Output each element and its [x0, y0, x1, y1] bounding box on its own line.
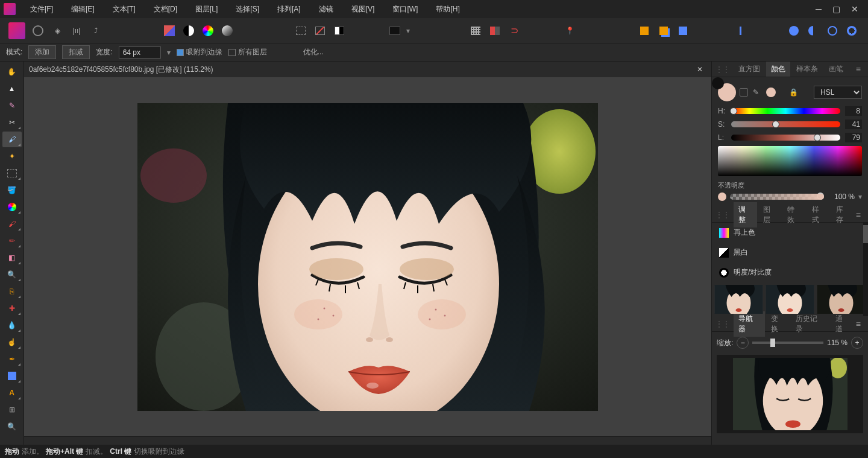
- width-input[interactable]: 64 px: [119, 46, 161, 59]
- tool-heal[interactable]: ✚: [2, 301, 22, 316]
- swap-colors-icon[interactable]: [740, 88, 748, 97]
- tool-zoom-blur[interactable]: 🔍: [2, 267, 22, 282]
- sat-value[interactable]: 41: [845, 119, 862, 129]
- width-dropdown-icon[interactable]: ▾: [167, 48, 171, 57]
- persona-liquify-icon[interactable]: [30, 23, 46, 39]
- adjust-preset-thumb[interactable]: [766, 285, 814, 314]
- tool-brush[interactable]: 🖌: [2, 216, 22, 232]
- navigator-preview[interactable]: [717, 355, 863, 433]
- menu-window[interactable]: 窗口[W]: [384, 2, 426, 17]
- opacity-slider[interactable]: 100 % ▾: [718, 192, 862, 201]
- adjust-scrollbar[interactable]: [863, 223, 868, 316]
- tool-color-picker[interactable]: ✎: [2, 98, 22, 113]
- secondary-color-swatch[interactable]: [712, 77, 724, 89]
- mode-add-button[interactable]: 添加: [28, 45, 56, 59]
- quick-mask-icon[interactable]: [332, 23, 347, 39]
- light-value[interactable]: 79: [845, 133, 862, 142]
- tool-hand[interactable]: ✋: [2, 64, 22, 80]
- persona-develop-icon[interactable]: ◈: [49, 23, 65, 39]
- menu-layer[interactable]: 图层[L]: [187, 2, 226, 17]
- zoom-slider[interactable]: [752, 342, 823, 344]
- persona-photo-icon[interactable]: [8, 22, 25, 39]
- canvas-h-scrollbar[interactable]: [24, 436, 711, 445]
- opacity-value[interactable]: 100 %: [828, 192, 855, 201]
- color-picker-area[interactable]: [718, 146, 862, 176]
- panel-grip-icon[interactable]: ⋮⋮: [715, 211, 730, 219]
- soft-proof-icon[interactable]: [219, 23, 235, 39]
- tab-color[interactable]: 颜色: [766, 62, 790, 77]
- menu-edit[interactable]: 编辑[E]: [63, 2, 103, 17]
- bw-icon[interactable]: [181, 23, 197, 39]
- panel-grip-icon[interactable]: ⋮⋮: [715, 320, 730, 328]
- panel-menu-icon[interactable]: ≡: [856, 319, 864, 329]
- tool-text[interactable]: A: [2, 385, 22, 401]
- adjust-preset-thumb[interactable]: [714, 285, 763, 314]
- minimize-button[interactable]: ─: [816, 4, 822, 14]
- menu-document[interactable]: 文档[D]: [145, 2, 186, 17]
- tab-swatches[interactable]: 样本条: [791, 62, 823, 77]
- snap-magnet-icon[interactable]: ⊃: [506, 23, 522, 39]
- color-wheel-icon[interactable]: [200, 23, 216, 39]
- tool-blur[interactable]: 💧: [2, 317, 22, 333]
- menu-arrange[interactable]: 排列[A]: [269, 2, 309, 17]
- tab-histogram[interactable]: 直方图: [734, 62, 765, 77]
- tool-gradient[interactable]: [2, 199, 22, 215]
- snap-edges-checkbox[interactable]: 吸附到边缘: [177, 47, 222, 57]
- tab-brushes[interactable]: 画笔: [824, 62, 848, 77]
- menu-select[interactable]: 选择[S]: [227, 2, 268, 17]
- zoom-in-button[interactable]: +: [851, 337, 863, 349]
- menu-filters[interactable]: 滤镜: [310, 2, 342, 17]
- adjust-bw[interactable]: 黑白: [712, 243, 868, 262]
- tab-close-icon[interactable]: ✕: [693, 65, 706, 74]
- all-layers-checkbox[interactable]: 所有图层: [228, 47, 267, 57]
- menu-help[interactable]: 帮助[H]: [427, 2, 468, 17]
- tool-zoom[interactable]: 🔍: [2, 419, 22, 434]
- no-selection-icon[interactable]: [312, 23, 328, 39]
- arrange-front-icon[interactable]: [675, 23, 691, 39]
- opacity-dropdown-icon[interactable]: ▾: [858, 192, 862, 201]
- tool-magic-wand[interactable]: ✦: [2, 148, 22, 164]
- tool-flood-fill[interactable]: 🪣: [2, 182, 22, 198]
- panel-menu-icon[interactable]: ≡: [856, 65, 864, 74]
- marquee-dashed-icon[interactable]: [293, 23, 309, 39]
- document-tab[interactable]: 0af6eb24c5182e7f405855fc5fcf80b.jpg [已修改…: [29, 65, 693, 75]
- fill-swatch-icon[interactable]: [387, 23, 403, 39]
- bool-xor-icon[interactable]: [844, 23, 860, 39]
- lock-icon[interactable]: 🔒: [789, 88, 798, 97]
- split-view-icon[interactable]: [487, 23, 503, 39]
- tool-selection-brush[interactable]: 🖌: [2, 132, 22, 147]
- color-split-icon[interactable]: [162, 23, 177, 39]
- zoom-out-button[interactable]: −: [737, 337, 749, 349]
- swatch-dropdown-icon[interactable]: ▾: [406, 27, 410, 35]
- pin-icon[interactable]: 📍: [562, 23, 577, 39]
- tool-pixel-brush[interactable]: ✏: [2, 233, 22, 249]
- color-swatches[interactable]: [718, 83, 748, 101]
- tool-smudge[interactable]: ☝: [2, 334, 22, 350]
- adjust-recolor[interactable]: 再上色: [712, 223, 868, 243]
- persona-export-icon[interactable]: ⤴: [88, 23, 104, 39]
- bool-sub-icon[interactable]: [805, 23, 821, 39]
- picked-color-swatch[interactable]: [766, 87, 776, 97]
- hue-slider[interactable]: H: 8: [718, 106, 862, 116]
- close-button[interactable]: ✕: [851, 4, 858, 14]
- panel-grip-icon[interactable]: ⋮⋮: [715, 65, 730, 74]
- zoom-value[interactable]: 115 %: [827, 339, 848, 347]
- menu-view[interactable]: 视图[V]: [343, 2, 383, 17]
- tool-shape[interactable]: [2, 368, 22, 384]
- persona-tone-icon[interactable]: |ıı|: [69, 23, 84, 39]
- tool-mesh[interactable]: ⊞: [2, 402, 22, 418]
- adjust-preset-thumb[interactable]: [817, 285, 866, 314]
- adjust-brightness-contrast[interactable]: 明度/对比度: [712, 262, 868, 282]
- color-mode-select[interactable]: HSL: [814, 86, 862, 99]
- maximize-button[interactable]: ▢: [832, 4, 840, 14]
- canvas[interactable]: [24, 77, 711, 436]
- hue-value[interactable]: 8: [845, 106, 862, 116]
- menu-text[interactable]: 文本[T]: [104, 2, 144, 17]
- tool-marquee[interactable]: [2, 165, 22, 181]
- bool-int-icon[interactable]: [825, 23, 840, 39]
- eyedropper-icon[interactable]: ✎: [753, 88, 759, 97]
- tool-eraser[interactable]: ◧: [2, 250, 22, 266]
- optimize-button[interactable]: 优化...: [297, 46, 330, 59]
- tool-pen[interactable]: ✒: [2, 351, 22, 367]
- bool-add-icon[interactable]: [786, 23, 802, 39]
